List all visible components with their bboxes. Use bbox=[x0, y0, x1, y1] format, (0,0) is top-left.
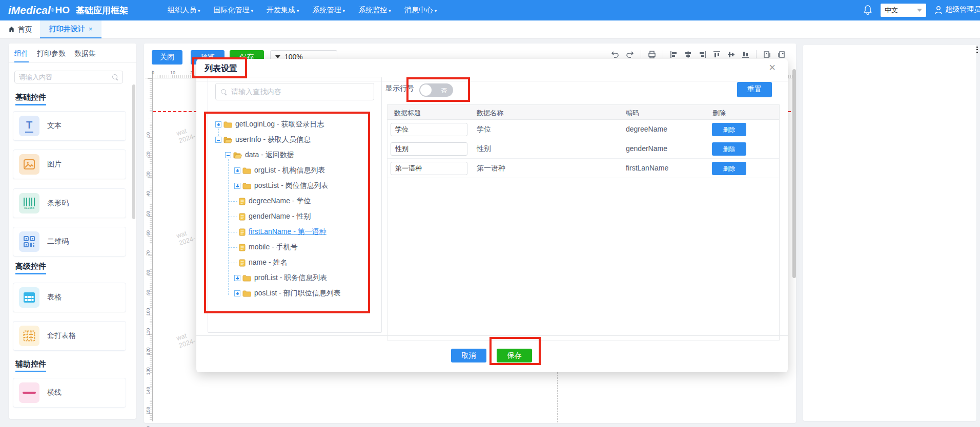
tree-node-postlist[interactable]: postList - 岗位信息列表 bbox=[234, 178, 329, 194]
delete-button[interactable]: 删除 bbox=[712, 162, 746, 175]
tree-node-firstlanname-selected[interactable]: firstLanName - 第一语种 bbox=[239, 224, 326, 240]
menu-system[interactable]: 系统管理▾ bbox=[313, 6, 345, 15]
close-icon[interactable]: × bbox=[769, 62, 775, 73]
sidebar-tab-datasets[interactable]: 数据集 bbox=[74, 46, 96, 62]
delete-button[interactable]: 删除 bbox=[712, 142, 746, 156]
menu-message[interactable]: 消息中心▾ bbox=[404, 6, 437, 15]
tab-home[interactable]: 首页 bbox=[0, 20, 40, 38]
page-tabbar: 首页 打印井设计 × bbox=[0, 20, 980, 38]
align-center-icon[interactable] bbox=[684, 51, 692, 58]
tab-print-design[interactable]: 打印井设计 × bbox=[40, 20, 101, 38]
folder-icon bbox=[242, 275, 251, 282]
undo-icon[interactable] bbox=[611, 51, 619, 58]
code-cell: degreeName bbox=[626, 125, 667, 133]
sidebar-tabs: 组件 打印参数 数据集 bbox=[9, 46, 136, 62]
reset-button[interactable]: 重置 bbox=[737, 82, 772, 97]
expand-icon[interactable] bbox=[234, 275, 240, 281]
expand-icon[interactable] bbox=[234, 183, 240, 189]
data-title-input[interactable] bbox=[391, 142, 467, 156]
collapse-icon[interactable] bbox=[215, 137, 221, 143]
show-row-number-label: 显示行号 bbox=[385, 84, 414, 93]
canvas-scrollbar[interactable] bbox=[792, 69, 796, 278]
tab-home-label: 首页 bbox=[18, 25, 32, 34]
cancel-button[interactable]: 取消 bbox=[451, 349, 486, 362]
tree-node-proflist[interactable]: profList - 职务信息列表 bbox=[234, 270, 327, 286]
table-row: 性别 genderName 删除 bbox=[387, 139, 779, 159]
table-row: 学位 degreeName 删除 bbox=[387, 120, 779, 139]
sidebar-tab-components[interactable]: 组件 bbox=[14, 46, 29, 62]
chevron-down-icon: ▾ bbox=[297, 8, 299, 13]
code-cell: firstLanName bbox=[626, 164, 668, 172]
tree-node-mobile[interactable]: mobile - 手机号 bbox=[239, 240, 298, 255]
search-icon bbox=[221, 89, 227, 95]
tree-node-degreename[interactable]: degreeName - 学位 bbox=[239, 194, 311, 209]
align-middle-icon[interactable] bbox=[727, 51, 735, 58]
tab-label: 打印井设计 bbox=[49, 25, 85, 34]
expand-icon[interactable] bbox=[234, 167, 240, 174]
top-menu: 组织人员▾ 国际化管理▾ 开发集成▾ 系统管理▾ 系统监控▾ 消息中心▾ bbox=[168, 0, 437, 20]
tree-node-getloginlog[interactable]: getLoginLog - 获取登录日志 bbox=[215, 117, 324, 132]
component-image[interactable]: 图片 bbox=[13, 150, 126, 179]
sidebar-search-input[interactable] bbox=[15, 71, 122, 83]
sidebar-scrollbar[interactable] bbox=[132, 84, 135, 219]
expand-icon[interactable] bbox=[215, 121, 221, 127]
align-left-icon[interactable] bbox=[670, 51, 678, 58]
tree-node-data[interactable]: data - 返回数据 bbox=[225, 147, 294, 163]
table-icon bbox=[19, 287, 39, 308]
search-icon bbox=[112, 74, 118, 80]
send-back-icon[interactable] bbox=[778, 51, 785, 58]
tree-node-orglist[interactable]: orgList - 机构信息列表 bbox=[234, 163, 325, 178]
language-select[interactable]: 中文 bbox=[881, 4, 926, 17]
section-advanced-controls: 高级控件 bbox=[15, 262, 46, 274]
tree-search-input[interactable] bbox=[216, 83, 374, 100]
document-icon bbox=[239, 228, 246, 236]
divider bbox=[756, 50, 757, 58]
close-icon[interactable]: × bbox=[89, 25, 93, 33]
page-boundary-line bbox=[557, 372, 558, 422]
component-table[interactable]: 表格 bbox=[13, 283, 126, 312]
tree-node-userinfo[interactable]: userInfo - 获取人员信息 bbox=[215, 132, 311, 147]
menu-monitor[interactable]: 系统监控▾ bbox=[358, 6, 391, 15]
data-name-cell: 性别 bbox=[477, 144, 491, 154]
horizontal-line-icon bbox=[19, 382, 39, 403]
bring-front-icon[interactable] bbox=[763, 51, 771, 58]
sidebar-tab-print-params[interactable]: 打印参数 bbox=[37, 46, 66, 62]
data-name-cell: 第一语种 bbox=[477, 164, 505, 173]
tree-node-poslist[interactable]: posList - 部门职位信息列表 bbox=[234, 286, 341, 301]
divider bbox=[196, 335, 788, 336]
print-icon[interactable] bbox=[648, 51, 656, 58]
data-title-input[interactable] bbox=[391, 123, 467, 136]
chevron-down-icon: ▾ bbox=[198, 8, 200, 13]
user-account[interactable]: 超级管理员 bbox=[934, 5, 980, 14]
bell-icon[interactable] bbox=[864, 5, 872, 16]
menu-i18n[interactable]: 国际化管理▾ bbox=[214, 6, 254, 15]
modal-save-button[interactable]: 保存 bbox=[497, 349, 532, 362]
expand-icon[interactable] bbox=[234, 290, 240, 296]
col-data-title: 数据标题 bbox=[394, 109, 421, 118]
folder-icon bbox=[223, 121, 232, 128]
align-right-icon[interactable] bbox=[699, 51, 706, 58]
user-name: 超级管理员 bbox=[945, 5, 980, 14]
folder-open-icon bbox=[233, 152, 242, 159]
align-top-icon[interactable] bbox=[713, 51, 721, 58]
align-bottom-icon[interactable] bbox=[742, 51, 749, 58]
data-title-input[interactable] bbox=[391, 162, 467, 175]
component-barcode[interactable]: 012356 条形码 bbox=[13, 188, 126, 218]
row-number-toggle[interactable]: 否 bbox=[419, 83, 453, 97]
menu-org[interactable]: 组织人员▾ bbox=[168, 6, 200, 15]
tree-node-gendername[interactable]: genderName - 性别 bbox=[239, 209, 311, 224]
app-root: iMedical®HO 基础应用框架 组织人员▾ 国际化管理▾ 开发集成▾ 系统… bbox=[0, 0, 980, 427]
tree-node-name[interactable]: name - 姓名 bbox=[239, 255, 287, 270]
collapse-icon[interactable] bbox=[225, 152, 231, 158]
divider bbox=[641, 50, 641, 58]
component-qrcode[interactable]: 二维码 bbox=[13, 227, 126, 257]
chevron-down-icon bbox=[917, 9, 922, 12]
redo-icon[interactable] bbox=[626, 51, 634, 58]
component-text[interactable]: T 文本 bbox=[13, 111, 126, 141]
menu-dev[interactable]: 开发集成▾ bbox=[267, 6, 299, 15]
component-hline[interactable]: 横线 bbox=[13, 378, 126, 408]
component-overlay-table[interactable]: 套打表格 bbox=[13, 321, 126, 351]
close-button[interactable]: 关闭 bbox=[152, 50, 182, 65]
table-header-row: 数据标题 数据名称 编码 删除 bbox=[387, 105, 779, 120]
delete-button[interactable]: 删除 bbox=[712, 123, 746, 136]
